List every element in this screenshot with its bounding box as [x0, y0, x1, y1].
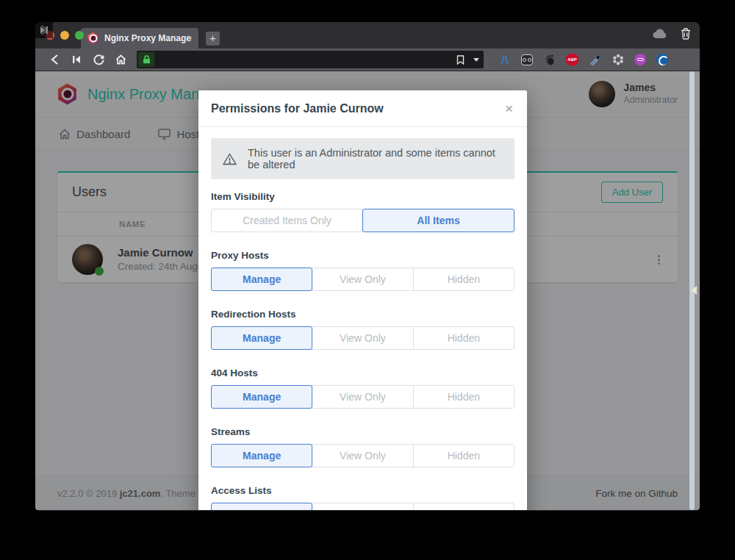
option-view-only[interactable]: View Only [312, 444, 413, 467]
permission-section: Proxy Hosts ManageView OnlyHidden [211, 250, 514, 291]
option-hidden[interactable]: Hidden [413, 268, 514, 291]
maximize-window-button[interactable] [75, 31, 84, 40]
item-visibility-segmented-control: Created Items OnlyAll Items [211, 209, 514, 232]
permission-segmented-control: ManageView OnlyHidden [211, 268, 514, 291]
permission-sections: Proxy Hosts ManageView OnlyHidden Redire… [211, 250, 514, 510]
blue-tool-extension-icon[interactable] [498, 54, 511, 66]
modal-title: Permissions for Jamie Curnow [211, 102, 384, 115]
permission-section-label: Redirection Hosts [211, 309, 514, 320]
option-created-items-only[interactable]: Created Items Only [211, 209, 363, 232]
option-manage[interactable]: Manage [211, 385, 312, 409]
eyedropper-extension-icon[interactable] [589, 54, 601, 66]
option-hidden[interactable]: Hidden [413, 503, 514, 510]
permission-section-label: 404 Hosts [211, 367, 514, 378]
option-view-only[interactable]: View Only [312, 326, 413, 350]
option-manage[interactable]: Manage [211, 444, 312, 467]
home-icon[interactable] [112, 51, 129, 68]
option-view-only[interactable]: View Only [312, 385, 413, 409]
back-icon[interactable] [46, 51, 63, 68]
permission-segmented-control: ManageView OnlyHidden [211, 444, 514, 467]
item-visibility-label: Item Visibility [211, 191, 514, 202]
favicon [87, 32, 98, 44]
admin-warning-alert: This user is an Administrator and some i… [211, 138, 514, 179]
tab-title: Nginx Proxy Manager [104, 33, 192, 43]
skip-end-icon[interactable] [35, 22, 53, 38]
extension-icons: ABP [498, 54, 668, 66]
warning-triangle-icon [223, 153, 237, 165]
new-tab-button[interactable]: + [206, 32, 220, 46]
permission-section: Streams ManageView OnlyHidden [211, 426, 514, 467]
option-all-items[interactable]: All Items [362, 209, 514, 232]
browser-toolbar: ABP [35, 49, 700, 71]
browser-window: Nginx Proxy Manager + [35, 22, 700, 511]
trash-icon[interactable] [681, 28, 691, 40]
option-hidden[interactable]: Hidden [413, 326, 514, 350]
option-view-only[interactable]: View Only [312, 503, 413, 510]
permission-section: Access Lists ManageView OnlyHidden [211, 485, 514, 510]
reload-icon[interactable] [90, 51, 107, 68]
blue-circle-extension-icon[interactable] [656, 54, 668, 65]
gnome-foot-extension-icon[interactable] [543, 54, 556, 66]
close-icon[interactable]: × [503, 101, 514, 115]
bookmarks-menu-caret[interactable] [473, 58, 479, 62]
bookmark-icon[interactable] [456, 55, 465, 65]
permission-section: Redirection Hosts ManageView OnlyHidden [211, 309, 514, 350]
minimize-window-button[interactable] [60, 31, 69, 40]
skip-start-icon[interactable] [68, 51, 85, 68]
cloud-sync-icon[interactable] [653, 29, 667, 39]
https-lock-icon[interactable] [138, 52, 154, 67]
option-hidden[interactable]: Hidden [413, 444, 514, 467]
browser-tab[interactable]: Nginx Proxy Manager [81, 28, 198, 49]
permission-segmented-control: ManageView OnlyHidden [211, 503, 514, 510]
permission-section: 404 Hosts ManageView OnlyHidden [211, 367, 514, 409]
address-bar[interactable] [137, 51, 484, 68]
permission-segmented-control: ManageView OnlyHidden [211, 385, 514, 409]
screen-edge-arrow-icon [691, 286, 697, 295]
alert-text: This user is an Administrator and some i… [248, 147, 503, 170]
option-manage[interactable]: Manage [211, 268, 312, 291]
permission-section-label: Access Lists [211, 485, 514, 496]
option-hidden[interactable]: Hidden [413, 385, 514, 409]
option-manage[interactable]: Manage [211, 503, 312, 510]
adblock-plus-extension-icon[interactable]: ABP [566, 54, 578, 66]
permission-section-label: Proxy Hosts [211, 250, 514, 261]
permission-segmented-control: ManageView OnlyHidden [211, 326, 514, 350]
page-viewport: Nginx Proxy Manager James Administrator … [35, 71, 700, 510]
option-manage[interactable]: Manage [211, 326, 312, 350]
option-view-only[interactable]: View Only [312, 268, 413, 291]
browser-titlebar: Nginx Proxy Manager + [35, 22, 700, 49]
purple-mask-extension-icon[interactable] [634, 54, 646, 65]
robot-extension-icon[interactable] [521, 54, 533, 65]
permission-section-label: Streams [211, 426, 514, 437]
permissions-modal: Permissions for Jamie Curnow × This user… [198, 90, 527, 510]
gear-flower-extension-icon[interactable] [612, 54, 624, 66]
